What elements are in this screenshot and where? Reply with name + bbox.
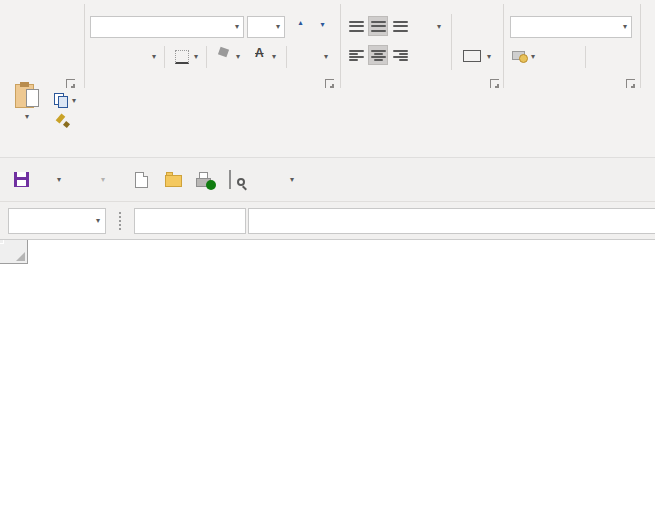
accounting-icon xyxy=(512,49,528,63)
spelling-button[interactable] xyxy=(258,169,280,191)
phonetic-button[interactable] xyxy=(296,45,322,69)
align-center-icon xyxy=(371,50,386,61)
font-dialog-launcher[interactable] xyxy=(325,79,334,88)
number-format-combo[interactable]: ▾ xyxy=(510,16,632,38)
separator xyxy=(206,46,207,68)
folder-icon xyxy=(165,175,182,187)
quick-print-button[interactable] xyxy=(194,169,216,191)
accounting-chevron-icon[interactable]: ▾ xyxy=(531,53,535,61)
group-separator xyxy=(503,4,504,88)
format-painter-button[interactable] xyxy=(52,112,74,128)
merge-chevron-icon[interactable]: ▾ xyxy=(487,53,491,61)
printer-icon xyxy=(196,172,214,188)
align-left-icon xyxy=(349,50,364,61)
shrink-font-button[interactable]: ▾ xyxy=(313,18,333,38)
middle-align-icon xyxy=(371,21,386,32)
font-size-combo[interactable]: ▾ xyxy=(247,16,285,38)
qat-more-button[interactable]: ▾ xyxy=(290,176,292,184)
name-box-chevron-icon[interactable]: ▾ xyxy=(96,217,100,225)
wrap-text-button[interactable] xyxy=(458,14,486,38)
save-button[interactable] xyxy=(10,169,32,191)
borders-icon xyxy=(175,50,189,64)
group-separator xyxy=(640,4,641,88)
new-document-icon xyxy=(135,172,148,188)
undo-chevron-icon[interactable]: ▾ xyxy=(57,176,61,184)
separator xyxy=(585,46,586,68)
separator xyxy=(286,46,287,68)
print-preview-icon xyxy=(229,171,245,188)
bottom-align-button[interactable] xyxy=(390,16,410,36)
fill-color-button[interactable] xyxy=(214,46,234,66)
conditional-format-partial-button[interactable] xyxy=(645,40,655,58)
fill-color-chevron-icon[interactable]: ▾ xyxy=(236,53,240,61)
new-document-button[interactable] xyxy=(130,169,152,191)
increase-decimal-button[interactable] xyxy=(592,45,616,67)
redo-chevron-icon: ▾ xyxy=(101,176,105,184)
formula-bar-resize-handle[interactable] xyxy=(119,212,121,230)
merge-center-button[interactable] xyxy=(460,47,484,65)
font-name-combo[interactable]: ▾ xyxy=(90,16,244,38)
top-align-icon xyxy=(349,21,364,32)
align-right-icon xyxy=(393,50,408,61)
formula-buttons xyxy=(134,208,246,234)
alignment-dialog-launcher[interactable] xyxy=(490,79,499,88)
percent-style-button[interactable] xyxy=(543,45,561,65)
phonetic-chevron-icon[interactable]: ▾ xyxy=(324,53,328,61)
italic-button[interactable] xyxy=(112,46,130,68)
formula-input[interactable] xyxy=(248,208,655,234)
align-left-button[interactable] xyxy=(346,45,366,65)
chevron-down-icon: ▾ xyxy=(276,23,280,31)
align-right-button[interactable] xyxy=(390,45,410,65)
decrease-decimal-button[interactable] xyxy=(617,45,641,67)
underline-chevron-icon[interactable]: ▾ xyxy=(152,53,156,61)
align-center-button[interactable] xyxy=(368,45,388,65)
copy-button[interactable] xyxy=(50,92,72,108)
undo-button[interactable]: ▾ xyxy=(42,169,76,191)
number-dialog-launcher[interactable] xyxy=(626,79,635,88)
bold-button[interactable] xyxy=(92,46,110,68)
grow-font-button[interactable]: ▴ xyxy=(291,16,311,38)
ribbon: ▾ ▾ xyxy=(0,62,655,158)
orientation-chevron-icon[interactable]: ▾ xyxy=(437,23,441,31)
open-button[interactable] xyxy=(162,169,184,191)
name-box[interactable]: ▾ xyxy=(8,208,106,234)
paste-button[interactable]: ▾ xyxy=(8,66,46,136)
font-color-button[interactable]: A xyxy=(250,46,270,66)
bottom-align-icon xyxy=(393,21,408,32)
font-color-chevron-icon[interactable]: ▾ xyxy=(272,53,276,61)
middle-align-button[interactable] xyxy=(368,16,388,36)
separator xyxy=(164,46,165,68)
clipboard-dialog-launcher[interactable] xyxy=(66,79,75,88)
redo-button[interactable]: ▾ xyxy=(86,169,120,191)
merge-center-icon xyxy=(463,50,481,62)
group-separator xyxy=(340,4,341,88)
top-align-button[interactable] xyxy=(346,16,366,36)
up-arrow-icon: ▴ xyxy=(298,18,302,27)
step-badge xyxy=(0,240,17,257)
group-separator xyxy=(84,4,85,88)
quick-access-toolbar: ▾ ▾ ▾ xyxy=(0,158,655,202)
orientation-button[interactable] xyxy=(414,14,436,38)
fill-color-icon xyxy=(216,48,232,64)
brush-icon xyxy=(56,113,70,127)
borders-chevron-icon[interactable]: ▾ xyxy=(194,53,198,61)
down-arrow-icon: ▾ xyxy=(320,20,324,29)
save-icon xyxy=(14,172,29,187)
increase-indent-button[interactable] xyxy=(436,45,456,65)
chevron-down-icon: ▾ xyxy=(25,113,29,121)
select-all-triangle-icon xyxy=(16,252,25,261)
borders-button[interactable] xyxy=(172,48,192,66)
underline-button[interactable] xyxy=(132,46,150,68)
accounting-format-button[interactable] xyxy=(510,46,530,66)
formula-bar: ▾ xyxy=(0,202,655,240)
paste-clipboard-icon xyxy=(15,82,39,110)
worksheet-grid xyxy=(0,240,655,507)
copy-chevron-icon[interactable]: ▾ xyxy=(72,97,76,105)
decrease-indent-button[interactable] xyxy=(414,45,434,65)
print-preview-button[interactable] xyxy=(226,169,248,191)
font-color-icon: A xyxy=(252,48,268,64)
chevron-down-icon: ▾ xyxy=(623,23,627,31)
comma-style-button[interactable] xyxy=(563,42,577,62)
copy-icon xyxy=(54,93,68,107)
chevron-down-icon: ▾ xyxy=(235,23,239,31)
